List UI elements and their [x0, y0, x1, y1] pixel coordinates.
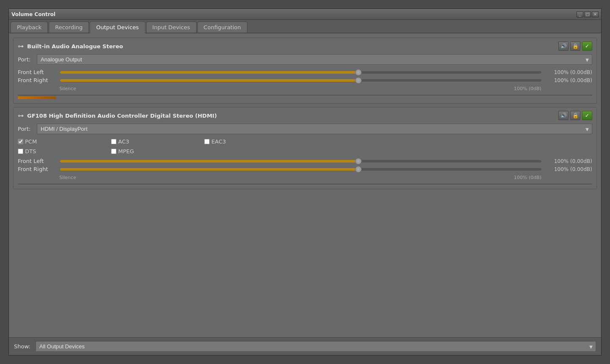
device-gf108-checkboxes2: DTS MPEG [18, 148, 592, 154]
show-label: Show: [14, 343, 30, 350]
tab-recording[interactable]: Recording [49, 22, 89, 33]
device-gf108-checkboxes: PCM AC3 EAC3 [18, 138, 592, 145]
checkbox-eac3-label: EAC3 [211, 138, 226, 145]
device-gf108-speaker-button[interactable]: 🔊 [558, 111, 568, 120]
checkbox-pcm-input[interactable] [18, 139, 23, 144]
device-builtin-port-select[interactable]: Analogue Output [37, 54, 592, 65]
device-gf108-frontright-thumb[interactable] [355, 166, 362, 173]
device-builtin-frontleft-track[interactable] [60, 71, 541, 74]
device-builtin-frontleft-label: Front Left [18, 69, 56, 75]
tab-input-devices[interactable]: Input Devices [146, 22, 197, 33]
device-builtin-frontright-value: 100% (0.00dB) [546, 77, 592, 83]
device-builtin-controls: 🔊 🔒 ✓ [558, 41, 592, 51]
device-builtin-marker-start: Silence [59, 86, 76, 91]
title-bar: Volume Control _ □ ✕ [9, 9, 601, 20]
device-gf108-name: GF108 High Definition Audio Controller D… [27, 113, 217, 119]
device-builtin-speaker-button[interactable]: 🔊 [558, 41, 568, 51]
device-gf108-lock-button[interactable]: 🔒 [570, 111, 580, 120]
device-gf108-frontleft-row: Front Left 100% (0.00dB) [18, 158, 592, 164]
window-controls: _ □ ✕ [577, 11, 599, 17]
device-gf108-icon: ⊶ [18, 112, 24, 119]
checkbox-mpeg-label: MPEG [118, 148, 134, 154]
device-gf108-frontright-track[interactable] [60, 168, 541, 171]
checkbox-dts-label: DTS [25, 148, 36, 154]
device-gf108-port-select[interactable]: HDMI / DisplayPort [37, 124, 592, 134]
device-builtin-frontright-slider[interactable] [60, 79, 541, 82]
tab-output-devices[interactable]: Output Devices [90, 22, 145, 33]
device-builtin-frontleft-slider[interactable] [60, 71, 541, 74]
device-gf108-port-wrapper: HDMI / DisplayPort ▼ [37, 124, 592, 134]
device-gf108-frontleft-label: Front Left [18, 158, 56, 164]
device-gf108-marker-end: 100% (0dB) [514, 175, 541, 180]
device-builtin-port-row: Port: Analogue Output ▼ [18, 54, 592, 65]
device-gf108-controls: 🔊 🔒 ✓ [558, 111, 592, 120]
checkbox-pcm-label: PCM [25, 138, 37, 145]
device-gf108-frontright-fill [60, 168, 358, 171]
device-builtin-frontright-thumb[interactable] [355, 77, 362, 84]
device-gf108-frontright-label: Front Right [18, 166, 56, 172]
device-gf108-frontright-value: 100% (0.00dB) [546, 166, 592, 172]
device-gf108-frontleft-thumb[interactable] [355, 158, 362, 165]
device-builtin-title: ⊶ Built-in Audio Analogue Stereo [18, 43, 123, 50]
device-builtin-port-label: Port: [18, 56, 33, 63]
checkbox-ac3: AC3 [111, 138, 204, 145]
device-gf108-title: ⊶ GF108 High Definition Audio Controller… [18, 112, 217, 119]
tab-playback[interactable]: Playback [11, 22, 48, 33]
device-gf108-header: ⊶ GF108 High Definition Audio Controller… [18, 111, 592, 120]
checkbox-ac3-input[interactable] [111, 139, 116, 144]
content-area: ⊶ Built-in Audio Analogue Stereo 🔊 🔒 ✓ P… [9, 33, 601, 337]
main-window: Volume Control _ □ ✕ Playback Recording … [8, 8, 602, 356]
device-builtin-lock-button[interactable]: 🔒 [570, 41, 580, 51]
close-button[interactable]: ✕ [592, 11, 599, 17]
device-gf108-marker-start: Silence [59, 175, 76, 180]
device-builtin-frontright-fill [60, 79, 358, 82]
device-builtin-frontleft-fill [60, 71, 358, 74]
device-gf108-frontright-slider[interactable] [60, 168, 541, 171]
checkbox-ac3-label: AC3 [118, 138, 129, 145]
device-builtin-frontright-label: Front Right [18, 77, 56, 83]
device-builtin-marker-end: 100% (0dB) [514, 86, 541, 91]
device-builtin: ⊶ Built-in Audio Analogue Stereo 🔊 🔒 ✓ P… [13, 38, 597, 104]
device-builtin-header: ⊶ Built-in Audio Analogue Stereo 🔊 🔒 ✓ [18, 41, 592, 51]
device-builtin-frontright-row: Front Right 100% (0.00dB) [18, 77, 592, 83]
device-gf108-frontright-row: Front Right 100% (0.00dB) [18, 166, 592, 172]
tab-configuration[interactable]: Configuration [197, 22, 247, 33]
device-builtin-port-wrapper: Analogue Output ▼ [37, 54, 592, 65]
device-builtin-frontleft-thumb[interactable] [355, 69, 362, 76]
device-gf108-frontleft-fill [60, 160, 358, 163]
device-gf108: ⊶ GF108 High Definition Audio Controller… [13, 107, 597, 189]
tab-bar: Playback Recording Output Devices Input … [9, 20, 601, 33]
checkbox-dts: DTS [18, 148, 111, 154]
device-gf108-frontleft-value: 100% (0.00dB) [546, 158, 592, 164]
device-builtin-name: Built-in Audio Analogue Stereo [27, 43, 123, 50]
device-builtin-icon: ⊶ [18, 43, 24, 50]
device-gf108-port-label: Port: [18, 126, 33, 132]
checkbox-eac3: EAC3 [204, 138, 297, 145]
show-select[interactable]: All Output Devices Hardware Output Devic… [36, 341, 596, 352]
device-gf108-frontleft-slider[interactable] [60, 160, 541, 163]
maximize-button[interactable]: □ [584, 11, 591, 17]
checkbox-eac3-input[interactable] [204, 139, 210, 144]
checkbox-mpeg: MPEG [111, 148, 204, 154]
device-gf108-frontleft-track[interactable] [60, 160, 541, 163]
minimize-button[interactable]: _ [577, 11, 583, 17]
checkbox-dts-input[interactable] [18, 149, 23, 154]
window-title: Volume Control [11, 11, 55, 17]
device-builtin-frontleft-row: Front Left 100% (0.00dB) [18, 69, 592, 75]
checkbox-pcm: PCM [18, 138, 111, 145]
show-select-wrapper: All Output Devices Hardware Output Devic… [36, 341, 596, 352]
checkbox-mpeg-input[interactable] [111, 149, 116, 154]
footer: Show: All Output Devices Hardware Output… [9, 337, 601, 355]
device-builtin-frontright-track[interactable] [60, 79, 541, 82]
device-builtin-frontleft-value: 100% (0.00dB) [546, 69, 592, 75]
device-gf108-active-button[interactable]: ✓ [582, 111, 592, 120]
device-builtin-active-button[interactable]: ✓ [582, 41, 592, 51]
device-gf108-port-row: Port: HDMI / DisplayPort ▼ [18, 124, 592, 134]
device-builtin-level-bar [18, 97, 56, 99]
